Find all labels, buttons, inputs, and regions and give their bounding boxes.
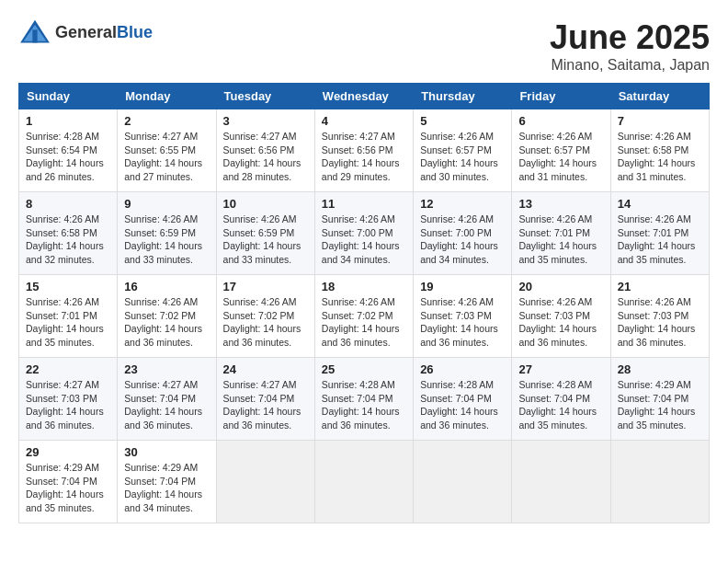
day-info: Sunrise: 4:26 AM Sunset: 6:59 PM Dayligh…	[223, 213, 308, 267]
day-number: 12	[420, 197, 505, 211]
day-info: Sunrise: 4:26 AM Sunset: 7:03 PM Dayligh…	[420, 295, 505, 350]
day-info: Sunrise: 4:28 AM Sunset: 7:04 PM Dayligh…	[322, 378, 406, 432]
calendar-day-cell	[314, 441, 413, 523]
day-number: 22	[26, 362, 110, 376]
day-number: 16	[124, 280, 209, 293]
day-number: 15	[26, 280, 110, 293]
calendar-day-cell: 11 Sunrise: 4:26 AM Sunset: 7:00 PM Dayl…	[314, 192, 413, 275]
day-number: 18	[322, 280, 406, 293]
day-number: 20	[518, 280, 603, 293]
day-number: 28	[618, 362, 702, 376]
calendar-day-cell: 28 Sunrise: 4:29 AM Sunset: 7:04 PM Dayl…	[610, 358, 709, 441]
calendar-day-cell: 17 Sunrise: 4:26 AM Sunset: 7:02 PM Dayl…	[216, 275, 314, 358]
calendar-week-row: 22 Sunrise: 4:27 AM Sunset: 7:03 PM Dayl…	[19, 358, 710, 441]
day-info: Sunrise: 4:26 AM Sunset: 6:58 PM Dayligh…	[26, 213, 110, 267]
day-number: 11	[322, 197, 406, 211]
calendar-day-cell: 27 Sunrise: 4:28 AM Sunset: 7:04 PM Dayl…	[512, 358, 610, 441]
day-info: Sunrise: 4:26 AM Sunset: 7:01 PM Dayligh…	[26, 295, 110, 350]
day-info: Sunrise: 4:28 AM Sunset: 7:04 PM Dayligh…	[518, 378, 603, 432]
day-number: 5	[420, 114, 505, 128]
calendar-day-cell: 23 Sunrise: 4:27 AM Sunset: 7:04 PM Dayl…	[118, 358, 216, 441]
day-number: 30	[124, 445, 209, 459]
day-info: Sunrise: 4:27 AM Sunset: 7:04 PM Dayligh…	[124, 378, 209, 432]
calendar-day-cell: 2 Sunrise: 4:27 AM Sunset: 6:55 PM Dayli…	[118, 109, 216, 192]
day-info: Sunrise: 4:26 AM Sunset: 7:03 PM Dayligh…	[618, 295, 702, 350]
day-info: Sunrise: 4:27 AM Sunset: 7:04 PM Dayligh…	[223, 378, 308, 432]
weekday-header: Monday	[118, 84, 216, 109]
page-header: General Blue June 2025 Minano, Saitama, …	[18, 18, 710, 74]
calendar-day-cell: 30 Sunrise: 4:29 AM Sunset: 7:04 PM Dayl…	[118, 441, 216, 523]
calendar-day-cell: 15 Sunrise: 4:26 AM Sunset: 7:01 PM Dayl…	[19, 275, 118, 358]
day-number: 23	[124, 362, 209, 376]
calendar-week-row: 15 Sunrise: 4:26 AM Sunset: 7:01 PM Dayl…	[19, 275, 710, 358]
day-info: Sunrise: 4:26 AM Sunset: 6:57 PM Dayligh…	[518, 130, 603, 184]
day-number: 9	[124, 197, 209, 211]
day-info: Sunrise: 4:26 AM Sunset: 6:57 PM Dayligh…	[420, 130, 505, 184]
calendar-day-cell: 22 Sunrise: 4:27 AM Sunset: 7:03 PM Dayl…	[19, 358, 118, 441]
day-info: Sunrise: 4:26 AM Sunset: 7:01 PM Dayligh…	[518, 213, 603, 267]
day-number: 26	[420, 362, 505, 376]
day-info: Sunrise: 4:27 AM Sunset: 6:56 PM Dayligh…	[322, 130, 406, 184]
calendar-day-cell: 25 Sunrise: 4:28 AM Sunset: 7:04 PM Dayl…	[314, 358, 413, 441]
calendar-day-cell	[414, 441, 512, 523]
day-number: 4	[322, 114, 406, 128]
logo-icon	[18, 18, 51, 46]
day-number: 21	[618, 280, 702, 293]
day-info: Sunrise: 4:28 AM Sunset: 6:54 PM Dayligh…	[26, 130, 110, 184]
calendar-day-cell: 18 Sunrise: 4:26 AM Sunset: 7:02 PM Dayl…	[314, 275, 413, 358]
calendar-day-cell	[610, 441, 709, 523]
calendar-day-cell: 10 Sunrise: 4:26 AM Sunset: 6:59 PM Dayl…	[216, 192, 314, 275]
day-info: Sunrise: 4:26 AM Sunset: 7:00 PM Dayligh…	[322, 213, 406, 267]
day-info: Sunrise: 4:26 AM Sunset: 7:01 PM Dayligh…	[618, 213, 702, 267]
calendar-day-cell: 9 Sunrise: 4:26 AM Sunset: 6:59 PM Dayli…	[118, 192, 216, 275]
title-block: June 2025 Minano, Saitama, Japan	[550, 18, 710, 74]
calendar-day-cell	[512, 441, 610, 523]
calendar-day-cell: 4 Sunrise: 4:27 AM Sunset: 6:56 PM Dayli…	[314, 109, 413, 192]
calendar-day-cell: 5 Sunrise: 4:26 AM Sunset: 6:57 PM Dayli…	[414, 109, 512, 192]
logo-text: General Blue	[55, 23, 153, 42]
day-number: 3	[223, 114, 308, 128]
day-number: 6	[518, 114, 603, 128]
weekday-header: Sunday	[19, 84, 118, 109]
calendar-day-cell: 29 Sunrise: 4:29 AM Sunset: 7:04 PM Dayl…	[19, 441, 118, 523]
day-info: Sunrise: 4:29 AM Sunset: 7:04 PM Dayligh…	[618, 378, 702, 432]
calendar-day-cell: 12 Sunrise: 4:26 AM Sunset: 7:00 PM Dayl…	[414, 192, 512, 275]
day-number: 29	[26, 445, 110, 459]
calendar-table: SundayMondayTuesdayWednesdayThursdayFrid…	[18, 83, 710, 523]
day-number: 24	[223, 362, 308, 376]
weekday-header: Thursday	[414, 84, 512, 109]
day-number: 19	[420, 280, 505, 293]
day-info: Sunrise: 4:26 AM Sunset: 7:00 PM Dayligh…	[420, 213, 505, 267]
day-info: Sunrise: 4:26 AM Sunset: 7:02 PM Dayligh…	[124, 295, 209, 350]
day-number: 7	[618, 114, 702, 128]
day-number: 25	[322, 362, 406, 376]
day-number: 2	[124, 114, 209, 128]
day-number: 17	[223, 280, 308, 293]
day-info: Sunrise: 4:27 AM Sunset: 6:55 PM Dayligh…	[124, 130, 209, 184]
calendar-day-cell: 3 Sunrise: 4:27 AM Sunset: 6:56 PM Dayli…	[216, 109, 314, 192]
day-info: Sunrise: 4:26 AM Sunset: 6:58 PM Dayligh…	[618, 130, 702, 184]
calendar-week-row: 29 Sunrise: 4:29 AM Sunset: 7:04 PM Dayl…	[19, 441, 710, 523]
calendar-day-cell: 14 Sunrise: 4:26 AM Sunset: 7:01 PM Dayl…	[610, 192, 709, 275]
calendar-day-cell: 8 Sunrise: 4:26 AM Sunset: 6:58 PM Dayli…	[19, 192, 118, 275]
day-number: 1	[26, 114, 110, 128]
day-number: 8	[26, 197, 110, 211]
location-title: Minano, Saitama, Japan	[550, 57, 710, 74]
calendar-day-cell: 13 Sunrise: 4:26 AM Sunset: 7:01 PM Dayl…	[512, 192, 610, 275]
day-info: Sunrise: 4:27 AM Sunset: 7:03 PM Dayligh…	[26, 378, 110, 432]
calendar-day-cell: 6 Sunrise: 4:26 AM Sunset: 6:57 PM Dayli…	[512, 109, 610, 192]
calendar-day-cell: 7 Sunrise: 4:26 AM Sunset: 6:58 PM Dayli…	[610, 109, 709, 192]
weekday-header: Friday	[512, 84, 610, 109]
day-number: 10	[223, 197, 308, 211]
weekday-header-row: SundayMondayTuesdayWednesdayThursdayFrid…	[19, 84, 710, 109]
svg-rect-2	[32, 29, 37, 42]
calendar-day-cell: 1 Sunrise: 4:28 AM Sunset: 6:54 PM Dayli…	[19, 109, 118, 192]
day-info: Sunrise: 4:26 AM Sunset: 6:59 PM Dayligh…	[124, 213, 209, 267]
calendar-day-cell: 19 Sunrise: 4:26 AM Sunset: 7:03 PM Dayl…	[414, 275, 512, 358]
calendar-day-cell: 24 Sunrise: 4:27 AM Sunset: 7:04 PM Dayl…	[216, 358, 314, 441]
weekday-header: Tuesday	[216, 84, 314, 109]
month-title: June 2025	[550, 18, 710, 57]
day-info: Sunrise: 4:26 AM Sunset: 7:02 PM Dayligh…	[322, 295, 406, 350]
day-info: Sunrise: 4:29 AM Sunset: 7:04 PM Dayligh…	[26, 461, 110, 515]
day-info: Sunrise: 4:26 AM Sunset: 7:03 PM Dayligh…	[518, 295, 603, 350]
